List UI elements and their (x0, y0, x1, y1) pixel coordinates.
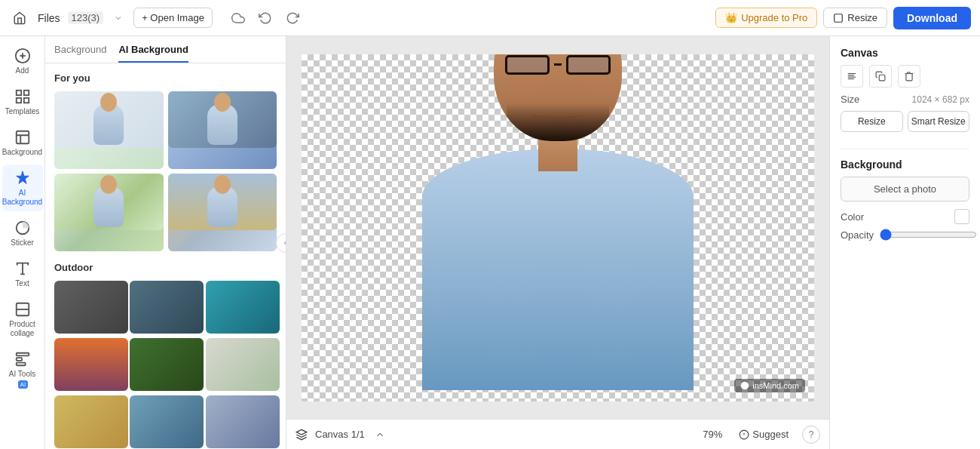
topbar-right: 👑 Upgrade to Pro Resize Download (715, 7, 971, 29)
svg-rect-6 (16, 98, 20, 103)
watermark: insMind.com (734, 379, 805, 392)
upgrade-label: Upgrade to Pro (741, 12, 807, 23)
sidebar-item-product-collage-label: Product collage (5, 320, 40, 338)
rp-background-section: Background Select a photo Color Opacity … (841, 149, 969, 241)
sidebar-item-add[interactable]: Add (2, 42, 43, 80)
tab-background[interactable]: Background (54, 44, 106, 63)
thumbnail-o7[interactable] (54, 395, 128, 448)
topbar-center (228, 8, 303, 29)
ai-badge: AI (18, 380, 29, 389)
for-you-label: For you (54, 72, 277, 84)
thumbnail-fy4[interactable] (168, 174, 277, 251)
open-image-label: + Open Image (142, 12, 204, 23)
sidebar-item-text[interactable]: Text (2, 255, 43, 293)
help-button[interactable]: ? (802, 426, 820, 444)
rp-color-row: Color (841, 209, 969, 224)
layers-button[interactable] (296, 429, 308, 441)
sidebar-item-background-label: Background (2, 148, 42, 157)
thumbnail-o3[interactable] (206, 281, 280, 334)
thumbnail-fy3[interactable] (54, 174, 164, 251)
rp-canvas-section: Canvas Size 1024 × 682 px Resize Smart R… (841, 47, 969, 138)
rp-opacity-row: Opacity 0 (841, 229, 969, 241)
sidebar-item-background[interactable]: Background (2, 124, 43, 161)
rp-size-row: Size 1024 × 682 px (841, 94, 969, 105)
canvas-label: Canvas 1/1 (315, 429, 365, 440)
right-panel: Canvas Size 1024 × 682 px Resize Smart R… (829, 36, 980, 449)
home-icon[interactable] (9, 8, 30, 29)
thumbnail-o6[interactable] (206, 338, 280, 391)
svg-rect-8 (16, 131, 29, 144)
thumbnail-fy2[interactable] (168, 91, 277, 169)
copy-icon[interactable] (869, 65, 892, 88)
sidebar-item-ai-background[interactable]: AI Background (2, 165, 43, 211)
suggest-button[interactable]: Suggest (739, 429, 789, 440)
svg-marker-18 (296, 429, 306, 435)
sticker-icon (14, 219, 32, 237)
undo-icon[interactable] (255, 8, 276, 29)
rp-color-label: Color (841, 211, 864, 223)
color-swatch[interactable] (954, 209, 969, 224)
thumbnail-fy1[interactable] (54, 91, 164, 169)
sidebar-item-add-label: Add (16, 66, 29, 75)
redo-icon[interactable] (282, 8, 303, 29)
resize-label: Resize (847, 12, 877, 23)
rp-size-value: 1024 × 682 px (912, 94, 969, 105)
svg-rect-7 (23, 98, 28, 103)
resize-button[interactable]: Resize (823, 8, 887, 28)
suggest-label: Suggest (752, 429, 789, 440)
sidebar-item-product-collage[interactable]: Product collage (2, 296, 43, 343)
files-label: Files (38, 12, 60, 24)
text-icon (14, 260, 32, 278)
rp-icons-row (841, 65, 969, 88)
thumbnail-o1[interactable] (54, 281, 128, 334)
ai-background-icon (14, 169, 32, 187)
opacity-slider[interactable] (880, 229, 977, 241)
left-panel: Background AI Background For you (45, 36, 286, 449)
select-photo-button[interactable]: Select a photo (841, 177, 969, 201)
add-icon (14, 47, 32, 65)
rp-canvas-title: Canvas (841, 47, 969, 59)
thumbnail-o2[interactable] (130, 281, 204, 334)
svg-rect-15 (16, 358, 21, 361)
panel-content: For you (45, 63, 286, 449)
svg-rect-14 (16, 353, 29, 356)
thumbnail-o5[interactable] (130, 338, 204, 391)
rp-opacity-label: Opacity (841, 229, 874, 241)
topbar: Files 123(3) + Open Image 👑 Upgrade to P… (0, 0, 980, 36)
sidebar-item-templates-label: Templates (5, 107, 40, 116)
thumbnail-o9[interactable] (206, 395, 280, 448)
canvas-area: insMind.com Canvas 1/1 79% Suggest ? (286, 36, 829, 449)
outdoor-label: Outdoor (54, 262, 277, 273)
open-image-button[interactable]: + Open Image (133, 8, 213, 28)
delete-icon[interactable] (898, 65, 920, 88)
canvas-subject (377, 66, 739, 390)
files-chevron-icon[interactable] (111, 11, 126, 26)
thumbnail-o4[interactable] (54, 338, 128, 391)
panel-tabs: Background AI Background (45, 36, 286, 63)
smart-resize-button[interactable]: Smart Resize (908, 111, 970, 132)
svg-rect-5 (23, 91, 28, 95)
thumbnail-o8[interactable] (130, 395, 204, 448)
resize-canvas-button[interactable]: Resize (841, 111, 903, 132)
align-icon[interactable] (841, 65, 863, 88)
canvas-container[interactable]: insMind.com (286, 36, 829, 419)
sidebar-item-templates[interactable]: Templates (2, 83, 43, 121)
file-badge: 123(3) (68, 11, 104, 24)
sidebar-item-ai-tools-label: AI Tools (9, 370, 35, 379)
download-button[interactable]: Download (893, 7, 971, 29)
zoom-label: 79% (703, 429, 722, 440)
rp-resize-buttons: Resize Smart Resize (841, 111, 969, 132)
sidebar-item-ai-tools[interactable]: AI Tools AI (2, 346, 43, 393)
templates-icon (14, 88, 32, 106)
sidebar-item-sticker[interactable]: Sticker (2, 214, 43, 252)
sidebar-item-sticker-label: Sticker (11, 238, 34, 248)
upgrade-button[interactable]: 👑 Upgrade to Pro (715, 8, 817, 28)
svg-point-17 (741, 382, 749, 389)
canvas-expand-icon[interactable] (372, 427, 387, 442)
rp-size-label: Size (841, 94, 859, 105)
tab-ai-background[interactable]: AI Background (118, 44, 188, 63)
left-sidebar: Add Templates Background AI Background S… (0, 36, 45, 449)
cloud-icon[interactable] (228, 8, 249, 29)
sidebar-item-ai-bg-label: AI Background (2, 189, 42, 207)
svg-rect-0 (835, 14, 843, 22)
